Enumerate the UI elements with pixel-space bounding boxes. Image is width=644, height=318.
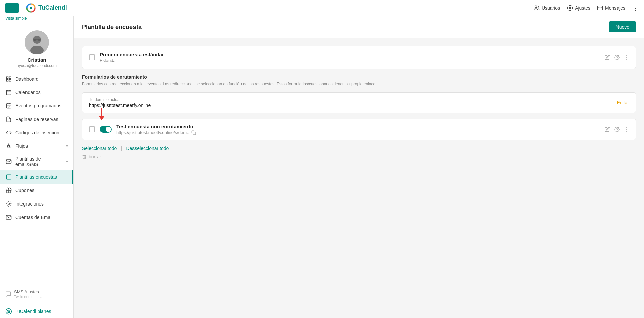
routing-checkbox[interactable] (89, 126, 95, 132)
svg-rect-11 (9, 77, 11, 78)
logo-icon (25, 3, 36, 13)
svg-point-2 (535, 6, 537, 8)
mail-icon (597, 5, 603, 11)
sidebar-item-integraciones[interactable]: Integraciones (0, 197, 73, 211)
delete-label: borrar (89, 154, 101, 160)
email-chevron-icon: ▾ (66, 159, 68, 164)
routing-description: Formularios con redirecciones a los even… (82, 81, 636, 87)
sms-label: SMS Ajustes (14, 289, 47, 294)
sidebar-label-calendarios: Calendarios (15, 90, 68, 95)
sidebar-label-eventos: Eventos programados (15, 103, 68, 108)
svg-point-3 (569, 7, 571, 9)
sidebar-item-flujos[interactable]: Flujos ▾ (0, 139, 73, 153)
usuarios-nav-item[interactable]: Usuarios (534, 5, 560, 11)
vista-simple-link[interactable]: Vista simple (0, 16, 73, 21)
integrations-icon (5, 200, 12, 207)
svg-rect-8 (38, 39, 41, 41)
dashboard-icon (5, 76, 12, 82)
toggle-switch-routing[interactable] (100, 126, 112, 133)
sidebar-item-plantillas-encuestas[interactable]: Plantillas encuestas (0, 170, 73, 184)
more-icon-routing[interactable]: ⋮ (624, 126, 629, 133)
bulk-actions: Seleccionar todo | Desseleccionar todo (82, 145, 636, 151)
more-icon-standard[interactable]: ⋮ (624, 54, 629, 61)
sidebar-item-eventos[interactable]: Eventos programados (0, 99, 73, 112)
svg-point-22 (8, 144, 9, 145)
tucalendi-plans-link[interactable]: TuCalendi planes (0, 305, 73, 318)
bulk-delete-button[interactable]: borrar (82, 154, 636, 160)
code-icon (5, 129, 12, 136)
email-accounts-icon (5, 214, 12, 221)
deselect-all-link[interactable]: Desseleccionar todo (126, 146, 169, 151)
svg-point-26 (9, 147, 10, 148)
topnav-left: TuCalendi (5, 3, 67, 13)
routing-card-test: Test encuesta con enrutamiento https://j… (82, 119, 636, 140)
flujos-chevron-icon: ▾ (66, 144, 68, 148)
users-icon (534, 5, 540, 11)
sms-ajustes-item[interactable]: SMS Ajustes Twilio no conectado (5, 287, 68, 301)
svg-rect-13 (9, 80, 11, 81)
sidebar-label-dashboard: Dashboard (15, 76, 68, 82)
mensajes-nav-item[interactable]: Mensajes (597, 5, 625, 11)
svg-rect-24 (9, 146, 10, 146)
sidebar-item-cupones[interactable]: Cupones (0, 184, 73, 197)
svg-rect-12 (6, 80, 8, 81)
sidebar-item-codigos[interactable]: Códigos de inserción (0, 126, 73, 139)
sidebar-username: Cristian (28, 57, 46, 63)
svg-rect-10 (6, 77, 8, 78)
edit-icon-standard[interactable] (605, 55, 610, 60)
hamburger-button[interactable] (5, 3, 19, 13)
svg-point-1 (30, 7, 32, 9)
domain-edit-button[interactable]: Editar (616, 100, 629, 105)
survey-icon (5, 174, 12, 180)
more-options-button[interactable]: ⋮ (632, 4, 639, 12)
sidebar-item-plantillas-email[interactable]: Plantillas de email/SMS ▾ (0, 153, 73, 170)
survey-subtitle-standard: Estándar (100, 58, 600, 63)
survey-checkbox-standard[interactable] (89, 54, 95, 60)
avatar (25, 30, 49, 54)
logo-text: TuCalendi (38, 4, 67, 11)
domain-label: Tu dominio actual: (89, 97, 151, 102)
sidebar-label-flujos: Flujos (15, 143, 63, 149)
edit-icon-routing[interactable] (605, 127, 610, 132)
routing-card-actions: ⋮ (605, 126, 629, 133)
content-area: Plantilla de encuesta Nuevo Primera encu… (74, 16, 644, 318)
plans-icon (5, 308, 12, 315)
trash-icon (82, 154, 87, 159)
svg-rect-36 (193, 132, 196, 135)
flows-icon (5, 143, 12, 149)
nuevo-button[interactable]: Nuevo (609, 21, 636, 32)
sidebar-profile: Cristian ayuda@tucalendi.com (0, 24, 73, 72)
ajustes-nav-item[interactable]: Ajustes (567, 5, 590, 11)
survey-card-info-standard: Primera encuesta estándar Estándar (100, 52, 600, 63)
topnav-right: Usuarios Ajustes Mensajes ⋮ (534, 4, 639, 12)
svg-point-37 (616, 129, 618, 130)
settings-icon-routing[interactable] (614, 127, 620, 132)
avatar-image (25, 30, 49, 54)
sidebar-item-calendarios[interactable]: Calendarios (0, 86, 73, 99)
sidebar-nav: Dashboard Calendarios E (0, 72, 73, 283)
survey-card-standard: Primera encuesta estándar Estándar (82, 46, 636, 69)
sidebar-label-cupones: Cupones (15, 188, 68, 193)
email-template-icon (5, 158, 12, 165)
sidebar-item-dashboard[interactable]: Dashboard (0, 72, 73, 86)
copy-url-icon[interactable] (191, 130, 196, 135)
routing-card-info: Test encuesta con enrutamiento https://j… (116, 124, 600, 135)
svg-rect-23 (7, 146, 8, 146)
sidebar-item-cuentas-email[interactable]: Cuentas de Email (0, 211, 73, 224)
domain-box: Tu dominio actual: https://justtotest.me… (82, 92, 636, 113)
settings-icon-standard[interactable] (614, 55, 620, 60)
routing-title: Formularios de enrutamiento (82, 74, 636, 80)
page-title: Plantilla de encuesta (82, 24, 142, 31)
pages-icon (5, 116, 12, 123)
select-all-link[interactable]: Seleccionar todo (82, 146, 117, 151)
sidebar-email: ayuda@tucalendi.com (17, 63, 57, 68)
svg-rect-18 (6, 104, 11, 108)
content-header: Plantilla de encuesta Nuevo (74, 16, 644, 38)
sidebar-item-reservas[interactable]: Páginas de reservas (0, 112, 73, 126)
topnav: TuCalendi Usuarios Ajustes Mensajes ⋮ (0, 0, 644, 16)
survey-actions-standard: ⋮ (605, 54, 629, 61)
coupon-icon (5, 187, 12, 194)
svg-rect-7 (33, 39, 36, 41)
domain-url: https://justtotest.meetfy.online (89, 103, 151, 108)
sidebar-label-reservas: Páginas de reservas (15, 117, 68, 122)
